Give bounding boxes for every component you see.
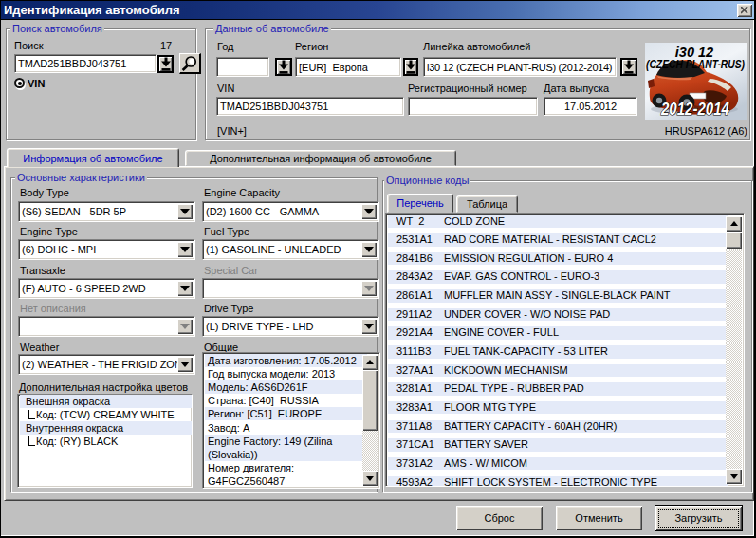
svg-text:(CZECH PLANT-RUS): (CZECH PLANT-RUS) [646,57,745,71]
svg-text:2012-2014: 2012-2014 [660,100,729,119]
